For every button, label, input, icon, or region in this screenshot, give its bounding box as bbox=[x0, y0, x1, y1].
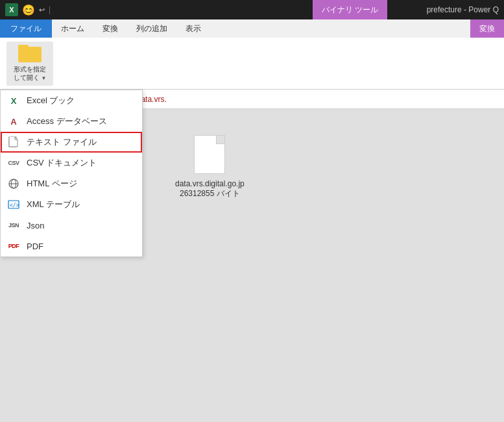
tab-add-column[interactable]: 列の追加 bbox=[127, 19, 176, 38]
tab-home[interactable]: ホーム bbox=[52, 19, 93, 38]
tab-transform-right[interactable]: 変換 bbox=[470, 19, 504, 38]
menu-item-json-label: Json bbox=[27, 221, 44, 230]
dropdown-menu: X Excel ブック A Access データベース テキスト ファイル CS… bbox=[0, 90, 143, 257]
menu-item-html-label: HTML ページ bbox=[27, 178, 77, 190]
dropdown-arrow: ▼ bbox=[41, 75, 46, 81]
ribbon-content: 形式を指定して開く ▼ X Excel ブック A Access データベース … bbox=[0, 38, 504, 90]
menu-item-json[interactable]: JSN Json bbox=[1, 215, 142, 236]
menu-item-excel-label: Excel ブック bbox=[27, 95, 75, 106]
file-preview: data.vrs.digital.go.jp 26312855 バイト bbox=[175, 135, 245, 199]
excel-menu-icon: X bbox=[7, 94, 20, 107]
tab-transform[interactable]: 変換 bbox=[93, 19, 127, 38]
menu-item-text[interactable]: テキスト ファイル bbox=[1, 132, 142, 153]
tab-view[interactable]: 表示 bbox=[176, 19, 210, 38]
menu-item-csv[interactable]: CSV CSV ドキュメント bbox=[1, 153, 142, 173]
text-file-menu-icon bbox=[7, 136, 20, 149]
tab-file[interactable]: ファイル bbox=[0, 19, 52, 38]
tab-view-label: 表示 bbox=[186, 23, 201, 34]
title-bar: X 😊 ↩ | バイナリ ツール prefecture - Power Q bbox=[0, 0, 504, 19]
html-menu-icon bbox=[7, 177, 20, 190]
json-menu-icon: JSN bbox=[7, 219, 20, 232]
menu-item-text-label: テキスト ファイル bbox=[27, 136, 97, 148]
file-size: 26312855 バイト bbox=[180, 188, 240, 199]
file-icon bbox=[194, 135, 225, 174]
menu-item-excel[interactable]: X Excel ブック bbox=[1, 90, 142, 111]
menu-item-csv-label: CSV ドキュメント bbox=[27, 157, 97, 169]
binary-tools-label: バイナリ ツール bbox=[322, 5, 378, 16]
tab-home-label: ホーム bbox=[61, 23, 84, 34]
csv-menu-icon: CSV bbox=[7, 156, 20, 169]
title-text: prefecture - Power Q bbox=[427, 5, 499, 14]
tab-add-column-label: 列の追加 bbox=[136, 23, 167, 34]
tab-file-label: ファイル bbox=[10, 23, 42, 34]
menu-item-access[interactable]: A Access データベース bbox=[1, 111, 142, 132]
binary-tools-tab: バイナリ ツール bbox=[313, 0, 387, 19]
menu-item-html[interactable]: HTML ページ bbox=[1, 173, 142, 194]
quick-access-toolbar: ↩ | bbox=[39, 5, 52, 14]
menu-item-xml[interactable]: </> XML テーブル bbox=[1, 194, 142, 215]
tab-transform-label: 変換 bbox=[102, 23, 118, 34]
ribbon-tabs: ファイル ホーム 変換 列の追加 表示 変換 bbox=[0, 19, 504, 38]
file-name: data.vrs.digital.go.jp bbox=[175, 179, 245, 188]
folder-icon bbox=[18, 45, 42, 63]
excel-icon: X bbox=[5, 3, 18, 16]
menu-item-access-label: Access データベース bbox=[27, 116, 107, 127]
svg-text:</>: </> bbox=[10, 203, 19, 208]
separator: | bbox=[49, 5, 51, 14]
menu-item-pdf-label: PDF bbox=[27, 242, 43, 251]
menu-item-xml-label: XML テーブル bbox=[27, 199, 80, 210]
xml-menu-icon: </> bbox=[7, 198, 20, 211]
menu-item-pdf[interactable]: PDF PDF bbox=[1, 236, 142, 256]
undo-icon[interactable]: ↩ bbox=[39, 6, 45, 14]
pdf-menu-icon: PDF bbox=[7, 240, 20, 253]
access-menu-icon: A bbox=[7, 115, 20, 128]
emoji-icon: 😊 bbox=[22, 4, 35, 16]
open-button-label: 形式を指定して開く ▼ bbox=[14, 65, 47, 82]
tab-transform-right-label: 変換 bbox=[479, 23, 495, 34]
open-as-format-button[interactable]: 形式を指定して開く ▼ bbox=[6, 42, 53, 86]
title-bar-left: X 😊 ↩ | bbox=[5, 3, 52, 16]
